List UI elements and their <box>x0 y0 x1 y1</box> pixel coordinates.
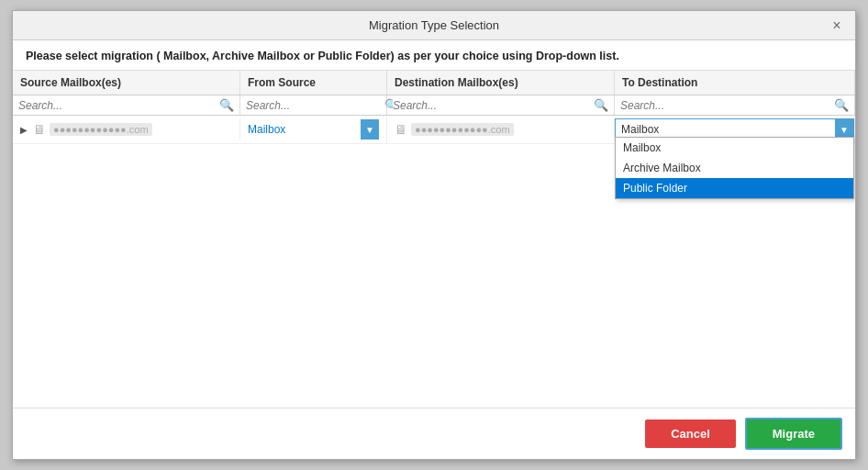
search-to-cell: 🔍 <box>615 95 855 115</box>
from-mailbox-link[interactable]: Mailbox <box>248 123 285 136</box>
header-to: To Destination <box>615 71 855 95</box>
search-to-icon[interactable]: 🔍 <box>834 98 849 112</box>
dest-cell: 🖥 ●●●●●●●●●●●●.com <box>387 118 615 140</box>
close-button[interactable]: × <box>828 17 846 35</box>
expand-arrow-icon[interactable]: ▶ <box>20 125 28 135</box>
to-dest-cell: Mailbox ▼ Mailbox Archive Mailbox Public… <box>615 117 855 142</box>
search-source-icon[interactable]: 🔍 <box>219 98 234 112</box>
to-dest-dropdown-menu: Mailbox Archive Mailbox Public Folder <box>615 137 854 199</box>
search-source-cell: 🔍 <box>13 95 240 115</box>
table-row: ▶ 🖥 ●●●●●●●●●●●●.com Mailbox ▼ 🖥 ●●●●●●●… <box>13 116 855 144</box>
search-from-cell: 🔍 <box>240 95 387 115</box>
table-area: Source Mailbox(es) From Source Destinati… <box>13 71 855 408</box>
migrate-button[interactable]: Migrate <box>745 418 842 450</box>
to-dest-value: Mailbox <box>616 121 835 138</box>
dropdown-option-archive[interactable]: Archive Mailbox <box>616 158 853 178</box>
footer: Cancel Migrate <box>13 408 855 459</box>
dropdown-option-mailbox[interactable]: Mailbox <box>616 138 853 158</box>
search-source-input[interactable] <box>18 99 219 112</box>
dropdown-option-public-folder[interactable]: Public Folder <box>616 178 853 198</box>
search-dest-input[interactable] <box>393 99 594 112</box>
cancel-button[interactable]: Cancel <box>645 420 736 448</box>
dialog-title: Migration Type Selection <box>40 18 828 32</box>
search-from-input[interactable] <box>246 99 384 112</box>
column-headers: Source Mailbox(es) From Source Destinati… <box>13 71 855 95</box>
dest-mailbox-icon: 🖥 <box>395 122 407 137</box>
from-dropdown-arrow[interactable]: ▼ <box>361 119 379 140</box>
header-destination: Destination Mailbox(es) <box>387 71 615 95</box>
dest-email: ●●●●●●●●●●●●.com <box>411 123 514 136</box>
search-row: 🔍 🔍 🔍 🔍 <box>13 95 855 116</box>
header-from: From Source <box>240 71 387 95</box>
search-dest-cell: 🔍 <box>387 95 615 115</box>
header-source: Source Mailbox(es) <box>13 71 240 95</box>
search-dest-icon[interactable]: 🔍 <box>594 98 608 112</box>
title-bar: Migration Type Selection × <box>13 11 855 40</box>
source-cell: ▶ 🖥 ●●●●●●●●●●●●.com <box>13 118 240 140</box>
dialog-window: Migration Type Selection × Please select… <box>12 10 856 460</box>
from-cell: Mailbox ▼ <box>240 116 387 143</box>
mailbox-icon: 🖥 <box>33 122 46 137</box>
search-to-input[interactable] <box>620 99 834 112</box>
source-email: ●●●●●●●●●●●●.com <box>50 123 152 136</box>
instruction-text: Please select migration ( Mailbox, Archi… <box>13 40 855 71</box>
